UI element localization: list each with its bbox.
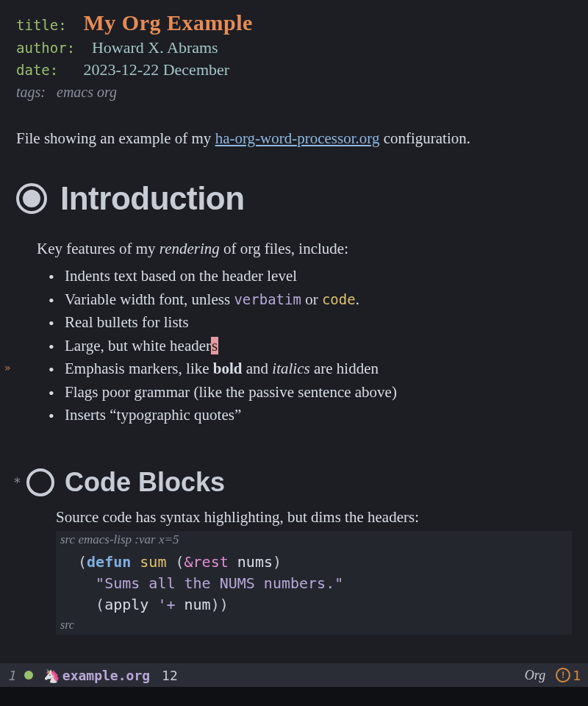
meta-key-date: date [16, 62, 50, 78]
src-end-line: src [56, 618, 572, 635]
heading-bullet-icon [26, 468, 54, 496]
meta-tags-line: tags: emacs org [16, 84, 572, 101]
bold-sample: bold [213, 360, 243, 377]
list-item: Flags poor grammar (like the passive sen… [49, 381, 572, 404]
list-item: Indents text based on the header level [49, 265, 572, 288]
warning-icon: ! [556, 668, 570, 682]
src-begin-line: src emacs-lisp :var x=5 [56, 531, 572, 549]
fringe-indicator-icon: » [4, 362, 10, 374]
doc-date: 2023-12-22 December [84, 60, 230, 79]
code-sample: code [322, 291, 356, 307]
buffer-status-icon [24, 671, 33, 680]
list-item: Emphasis markers, like bold and italics … [49, 357, 572, 381]
doc-tags: emacs org [57, 84, 117, 100]
buffer-filename[interactable]: example.org [62, 668, 150, 683]
echo-area[interactable] [0, 687, 588, 706]
source-block: src emacs-lisp :var x=5 (defun sum (&res… [56, 531, 572, 635]
meta-key-tags: tags: [16, 84, 46, 100]
modeline[interactable]: 1 🦄 example.org 12 Org ! 1 [0, 663, 588, 687]
heading-star-icon: * [13, 474, 21, 490]
heading-introduction[interactable]: Introduction [16, 180, 572, 217]
window-number: 1 [7, 668, 15, 683]
src-code-body[interactable]: (defun sum (&rest nums) "Sums all the NU… [56, 549, 572, 618]
heading-bullet-icon [16, 183, 47, 214]
unicorn-icon: 🦄 [43, 668, 60, 683]
meta-title-line: title: My Org Example [16, 10, 572, 35]
list-item: Large, but white headers [49, 335, 572, 358]
meta-key-author: author [16, 40, 67, 56]
flycheck-warnings[interactable]: ! 1 [556, 668, 581, 683]
major-mode[interactable]: Org [525, 668, 545, 683]
doc-title: My Org Example [84, 10, 253, 35]
verbatim-sample: verbatim [234, 291, 301, 307]
meta-key-title: title [16, 17, 58, 33]
config-link[interactable]: ha-org-word-processor.org [215, 129, 380, 147]
intro-paragraph: File showing an example of my ha-org-wor… [16, 127, 572, 151]
meta-date-line: date: 2023-12-22 December [16, 60, 572, 79]
list-item: Variable width font, unless verbatim or … [49, 288, 572, 312]
list-item: Real bullets for lists [49, 311, 572, 335]
features-intro: Key features of my rendering of org file… [37, 238, 572, 261]
editor-buffer[interactable]: title: My Org Example author: Howard X. … [0, 0, 588, 706]
heading-code-blocks[interactable]: * Code Blocks [16, 467, 572, 498]
cursor: s [211, 337, 218, 354]
meta-author-line: author: Howard X. Abrams [16, 38, 572, 57]
buffer-content[interactable]: title: My Org Example author: Howard X. … [0, 0, 588, 635]
doc-author: Howard X. Abrams [92, 38, 218, 57]
line-number: 12 [162, 668, 178, 683]
src-intro-text: Source code has syntax highlighting, but… [56, 508, 572, 527]
italics-sample: italics [272, 360, 309, 377]
features-list: Indents text based on the header level V… [49, 265, 572, 427]
list-item: Inserts “typographic quotes” [49, 404, 572, 427]
